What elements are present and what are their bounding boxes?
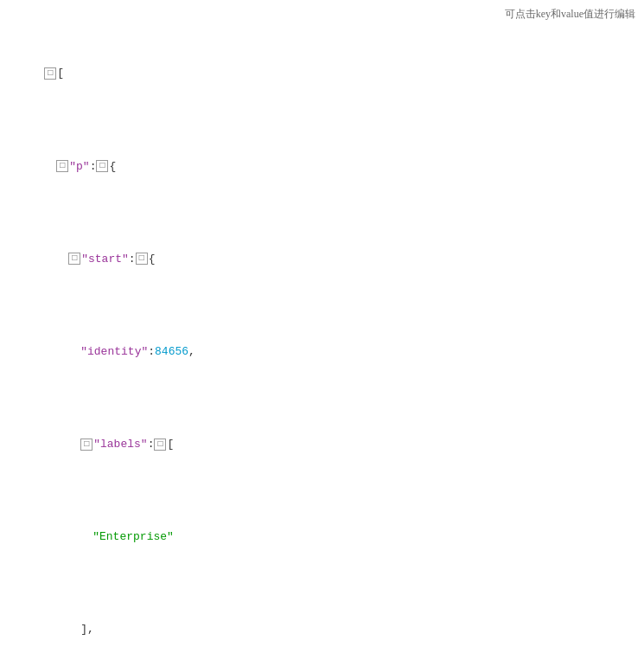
- collapse-start[interactable]: □: [68, 253, 80, 265]
- edit-hint: 可点击key和value值进行编辑: [505, 7, 635, 22]
- start-identity-key[interactable]: "identity": [80, 345, 148, 358]
- enterprise-val[interactable]: "Enterprise": [92, 530, 174, 543]
- start-labels-key[interactable]: "labels": [93, 438, 147, 451]
- collapse-start-labels[interactable]: □: [80, 439, 92, 451]
- p-key[interactable]: "p": [69, 160, 89, 173]
- start-identity-val[interactable]: 84656: [155, 345, 188, 358]
- start-labels-close: ],: [17, 602, 635, 653]
- start-labels-line: □"labels":□[: [17, 417, 635, 472]
- start-identity-line: "identity":84656,: [17, 323, 635, 379]
- collapse-start-labels-arr[interactable]: □: [154, 439, 166, 451]
- start-key[interactable]: "start": [81, 253, 129, 266]
- collapse-p-obj[interactable]: □: [96, 160, 108, 172]
- code-display: □[ □"p":□{ □"start":□{ "identity":84656,…: [0, 0, 644, 653]
- collapse-root[interactable]: □: [44, 67, 56, 80]
- enterprise-line: "Enterprise": [17, 509, 635, 565]
- collapse-p[interactable]: □: [56, 160, 68, 172]
- collapse-start-obj[interactable]: □: [136, 253, 148, 265]
- start-line: □"start":□{: [17, 231, 635, 286]
- root-line: □[: [17, 46, 635, 101]
- p-line: □"p":□{: [17, 138, 635, 194]
